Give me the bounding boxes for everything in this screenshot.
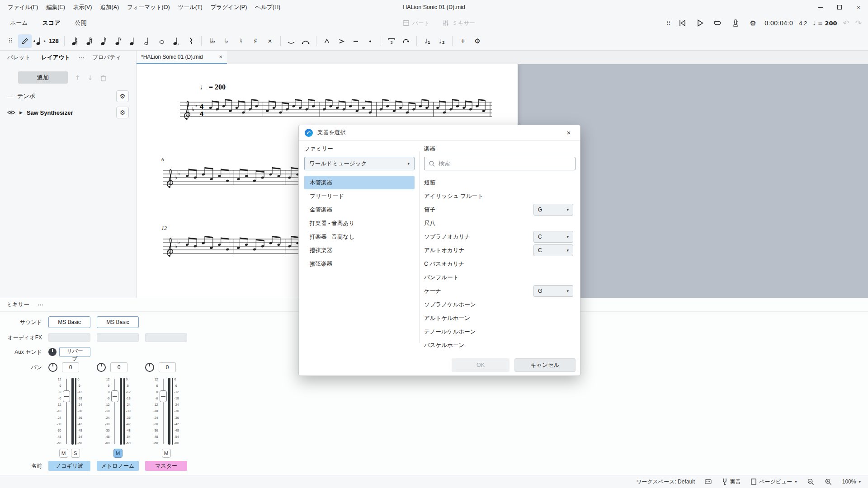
double-sharp-button[interactable]: × [263, 34, 277, 48]
transposition-select[interactable]: G▾ [533, 204, 573, 216]
menu-item[interactable]: プラグイン(P) [207, 0, 251, 14]
transport-drag-handle[interactable]: ⠿ [666, 20, 671, 27]
customize-gear[interactable]: ⚙ [471, 34, 484, 48]
audiofx-slot[interactable] [145, 333, 187, 342]
sound-select-button[interactable]: MS Basic [97, 316, 139, 328]
move-down-icon[interactable]: ↓ [88, 74, 93, 81]
trash-icon[interactable] [100, 74, 107, 81]
mute-button[interactable]: M [113, 449, 123, 458]
tempo-row[interactable]: — テンポ ⚙ [0, 88, 136, 104]
mute-button[interactable]: M [59, 449, 68, 458]
tempo-marking[interactable]: ♩ = 200 [200, 83, 226, 91]
channel-name[interactable]: ノコギリ波 [48, 461, 90, 471]
add-button[interactable]: + [456, 34, 470, 48]
audiofx-slot[interactable] [48, 333, 90, 342]
instrument-row[interactable]: ケーナG▾ [424, 284, 575, 298]
fader-handle[interactable] [63, 390, 70, 402]
instrument-search[interactable] [424, 157, 576, 170]
zoom-level-select[interactable]: 100% ▾ [842, 479, 861, 485]
reverb-button[interactable]: リバーブ [59, 347, 90, 357]
pan-knob[interactable] [97, 363, 106, 372]
marcato-button[interactable] [320, 34, 334, 48]
family-item[interactable]: 撥弦楽器 [304, 244, 415, 257]
audiofx-slot[interactable] [97, 333, 139, 342]
instrument-row[interactable]: 短笛 [424, 176, 575, 189]
zoom-in-button[interactable] [825, 478, 832, 486]
sound-select-button[interactable]: MS Basic [48, 316, 90, 328]
note-half-button[interactable] [141, 34, 154, 48]
note-32nd-button[interactable] [83, 34, 96, 48]
ok-button[interactable]: OK [452, 358, 509, 372]
pan-value[interactable]: 0 [110, 362, 127, 372]
playback-tempo[interactable]: ♩ = 200 [813, 20, 837, 27]
pan-value[interactable]: 0 [159, 362, 176, 372]
parts-button[interactable]: パート [402, 19, 429, 27]
drag-handle[interactable]: ⠿ [4, 34, 17, 48]
aux-send-knob[interactable] [48, 348, 57, 356]
slur-button[interactable] [299, 34, 312, 48]
instrument-row[interactable]: アイリッシュ フルート [424, 189, 575, 203]
playback-settings-button[interactable]: ⚙ [747, 17, 759, 29]
search-input[interactable] [439, 160, 571, 167]
note-quarter-button[interactable] [126, 34, 140, 48]
menu-item[interactable]: ヘルプ(H) [251, 0, 284, 14]
family-item[interactable]: 木管楽器 [304, 176, 415, 189]
instrument-row[interactable]: ▶ Saw Synthesizer ⚙ [0, 104, 136, 121]
visibility-eye-icon[interactable] [7, 109, 15, 116]
note-16th-button[interactable] [97, 34, 111, 48]
solo-button[interactable]: S [71, 449, 80, 458]
concert-pitch-toggle[interactable]: 実音 [722, 478, 741, 486]
document-tab[interactable]: *HALion Sonic 01 (D).mid × [137, 51, 227, 64]
cancel-button[interactable]: キャンセル [514, 358, 576, 372]
instrument-row[interactable]: テノールケルホーン [424, 325, 575, 338]
tie-button[interactable] [284, 34, 298, 48]
menu-item[interactable]: 追加(A) [96, 0, 123, 14]
mute-button[interactable]: M [162, 449, 171, 458]
menu-item[interactable]: 編集(E) [42, 0, 69, 14]
tempo-settings-button[interactable]: ⚙ [116, 90, 129, 102]
tenuto-button[interactable] [349, 34, 363, 48]
close-button[interactable]: × [849, 0, 868, 14]
tab-home[interactable]: ホーム [3, 14, 35, 32]
workspace-button[interactable]: ワークスペース: Default [636, 478, 695, 486]
pan-knob[interactable] [145, 363, 154, 372]
note-whole-button[interactable] [155, 34, 169, 48]
rest-button[interactable] [184, 34, 198, 48]
augmentation-dot-button[interactable] [170, 34, 183, 48]
play-button[interactable] [694, 17, 706, 29]
menu-item[interactable]: フォーマット(O) [123, 0, 174, 14]
zoom-out-button[interactable] [807, 478, 815, 486]
note-input-pencil-button[interactable] [18, 34, 32, 48]
channel-name[interactable]: マスター [145, 461, 187, 471]
flat-button[interactable]: ♭ [220, 34, 233, 48]
tuplet-button[interactable]: 3 [385, 34, 398, 48]
undo-icon[interactable]: ↶ [843, 19, 849, 28]
family-item[interactable]: 金管楽器 [304, 203, 415, 216]
family-item[interactable]: 打楽器 - 音高なし [304, 230, 415, 244]
mixer-more-icon[interactable]: ⋯ [35, 301, 46, 308]
volume-fader[interactable] [160, 377, 167, 446]
volume-fader[interactable] [111, 377, 118, 446]
family-item[interactable]: 打楽器 - 音高あり [304, 216, 415, 230]
menu-item[interactable]: ファイル(F) [4, 0, 42, 14]
instrument-row[interactable]: アルトオカリナC▾ [424, 244, 575, 257]
natural-button[interactable]: ♮ [234, 34, 248, 48]
family-genre-dropdown[interactable]: ワールドミュージック ▾ [304, 157, 415, 170]
dialog-title-bar[interactable]: 楽器を選択 × [299, 125, 580, 141]
loop-button[interactable] [712, 17, 723, 29]
sharp-button[interactable]: ♯ [249, 34, 262, 48]
view-mode-select[interactable]: ページビュー ▾ [751, 478, 797, 486]
instrument-row[interactable]: バスケルホーン [424, 338, 575, 352]
staccato-button[interactable] [363, 34, 377, 48]
duration-default-button[interactable]: 128 [47, 36, 61, 47]
panel-more-icon[interactable]: ⋯ [75, 54, 87, 61]
maximize-button[interactable] [830, 0, 849, 14]
menu-item[interactable]: 表示(V) [69, 0, 96, 14]
voice-1-button[interactable]: ♩1 [420, 34, 434, 48]
tab-layout[interactable]: レイアウト [36, 51, 75, 64]
menu-item[interactable]: ツール(T) [174, 0, 207, 14]
fader-handle[interactable] [111, 390, 118, 402]
instrument-row[interactable]: ソプラノケルホーン [424, 298, 575, 311]
tab-publish[interactable]: 公開 [68, 14, 94, 32]
family-item[interactable]: 擦弦楽器 [304, 257, 415, 271]
